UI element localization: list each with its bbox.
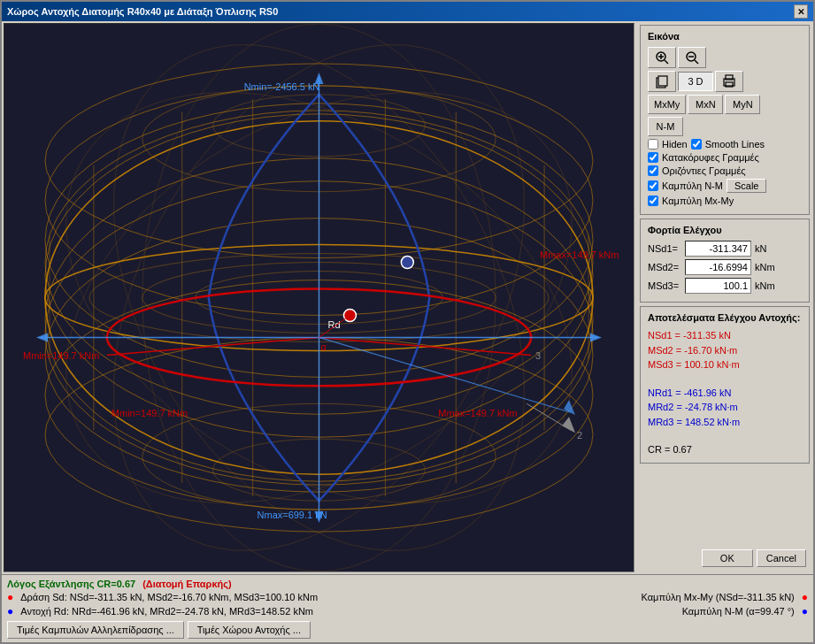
- kampyli-mxmy-checkbox[interactable]: [648, 196, 658, 206]
- zoom-out-button[interactable]: [678, 47, 706, 68]
- right-panel: Εικόνα 3 D: [636, 21, 813, 574]
- katakoryfes-checkbox[interactable]: [648, 152, 658, 163]
- kampyli-nm-label: Καμπύλη Ν-Μ: [662, 180, 723, 191]
- action-dot: ●: [7, 591, 13, 603]
- nav-row1: 3 D: [648, 71, 802, 92]
- smooth-lines-label: Smooth Lines: [705, 139, 765, 150]
- close-button[interactable]: ✕: [794, 4, 808, 19]
- orizonties-checkbox[interactable]: [648, 165, 658, 176]
- nsd1-input[interactable]: [685, 241, 751, 257]
- cr-line: Λόγος Εξάντλησης CR=0.67 (Διατομή Επαρκή…: [7, 579, 808, 589]
- kampyli-mxmy-label: Καμπύλη Μx-Μy: [662, 196, 734, 206]
- resistance-right: Καμπύλη N-M (α=99.47 °): [682, 606, 795, 617]
- result-msd3: MSd3 = 100.10 kN·m: [648, 357, 802, 372]
- btn-mxn[interactable]: MxN: [688, 95, 723, 114]
- btn-nm[interactable]: N-M: [648, 117, 683, 136]
- action-line: ● Δράση Sd: NSd=-311.35 kN, MSd2=-16.70 …: [7, 591, 808, 603]
- results-text: NSd1 = -311.35 kN MSd2 = -16.70 kN·m MSd…: [648, 328, 802, 457]
- resistance-text: Αντοχή Rd: NRd=-461.96 kN, MRd2=-24.78 k…: [20, 606, 313, 617]
- copy-button[interactable]: [648, 71, 676, 92]
- svg-line-60: [665, 60, 668, 64]
- katakoryfes-row: Κατακόρυφες Γραμμές: [648, 152, 802, 163]
- bottom-buttons: Τιμές Καμπυλών Αλληλεπίδρασης ... Τιμές …: [7, 621, 808, 639]
- print-button[interactable]: [715, 71, 743, 92]
- hiden-checkbox[interactable]: [648, 139, 658, 150]
- result-cr: CR = 0.67: [648, 442, 802, 457]
- svg-text:Mmax=149.7 kNm: Mmax=149.7 kNm: [438, 408, 517, 418]
- msd3-label: MSd3=: [648, 280, 681, 291]
- svg-text:Nmax=699.1 kN: Nmax=699.1 kN: [258, 510, 327, 520]
- svg-text:α: α: [320, 341, 327, 352]
- nsd1-unit: kN: [755, 243, 766, 254]
- msd3-row: MSd3= kNm: [648, 278, 802, 294]
- result-mrd3: MRd3 = 148.52 kN·m: [648, 415, 802, 430]
- window-title: Χώρος Αντοχής Διατομής R40x40 με Διάταξη…: [7, 6, 278, 17]
- hiden-row: Hiden Smooth Lines: [648, 139, 802, 150]
- svg-text:Rd: Rd: [327, 319, 340, 330]
- image-group: Εικόνα 3 D: [640, 25, 810, 215]
- msd2-input[interactable]: [685, 259, 751, 275]
- kampyli-mxmy-row: Καμπύλη Μx-Μy: [648, 196, 802, 206]
- zoom-in-button[interactable]: [648, 47, 676, 68]
- results-title: Αποτελέσματα Ελέγχου Αντοχής:: [648, 312, 802, 323]
- kampyli-nm-checkbox[interactable]: [648, 180, 658, 191]
- svg-line-64: [695, 60, 698, 64]
- bottom-area: Λόγος Εξάντλησης CR=0.67 (Διατομή Επαρκή…: [2, 574, 813, 642]
- resistance-line: ● Αντοχή Rd: NRd=-461.96 kN, MRd2=-24.78…: [7, 605, 808, 617]
- cr-suffix: (Διατομή Επαρκής): [142, 579, 231, 589]
- fortia-group: Φορτία Ελέγχου NSd1= kN MSd2= kNm MSd3=: [640, 218, 810, 303]
- svg-text:Mmax=149.7 kNm: Mmax=149.7 kNm: [540, 249, 619, 260]
- msd3-unit: kNm: [755, 280, 775, 291]
- svg-point-46: [401, 257, 413, 269]
- main-window: Χώρος Αντοχής Διατομής R40x40 με Διάταξη…: [0, 0, 815, 644]
- cr-label: Λόγος Εξάντλησης CR=0.67: [7, 579, 135, 589]
- svg-text:Mmin=149.7 kNm: Mmin=149.7 kNm: [111, 408, 188, 418]
- scale-button[interactable]: Scale: [727, 179, 767, 193]
- msd2-row: MSd2= kNm: [648, 259, 802, 275]
- title-bar: Χώρος Αντοχής Διατομής R40x40 με Διάταξη…: [2, 2, 813, 21]
- zoom-row: [648, 47, 802, 68]
- katakoryfes-label: Κατακόρυφες Γραμμές: [662, 152, 759, 163]
- btn-mxmy[interactable]: MxMy: [648, 95, 686, 114]
- result-nrd1: NRd1 = -461.96 kN: [648, 386, 802, 401]
- svg-text:2: 2: [577, 430, 582, 441]
- kampyli-nm-row: Καμπύλη Ν-Μ Scale: [648, 179, 802, 193]
- svg-text:3: 3: [535, 350, 541, 361]
- action-right: Καμπύλη Mx-My (NSd=-311.35 kN): [642, 592, 795, 602]
- fortia-title: Φορτία Ελέγχου: [648, 225, 802, 235]
- result-msd2: MSd2 = -16.70 kN·m: [648, 343, 802, 358]
- svg-text:Nmin=-2456.5 kN: Nmin=-2456.5 kN: [244, 81, 320, 92]
- svg-text:Mmin=149.7 kNm: Mmin=149.7 kNm: [23, 350, 99, 361]
- smooth-lines-checkbox[interactable]: [691, 139, 702, 150]
- action-text: Δράση Sd: NSd=-311.35 kN, MSd2=-16.70 kN…: [20, 592, 318, 602]
- action-dot-right: ●: [802, 591, 808, 603]
- nav-row2: MxMy MxN MyN: [648, 95, 802, 114]
- msd2-label: MSd2=: [648, 262, 681, 272]
- nav-row3: N-M: [648, 117, 802, 136]
- orizonties-row: Οριζόντιες Γραμμές: [648, 165, 802, 176]
- chart-svg: Nmin=-2456.5 kN Nmax=699.1 kN Mmax=149.7…: [4, 24, 634, 571]
- nsd1-label: NSd1=: [648, 243, 681, 254]
- image-title: Εικόνα: [648, 31, 802, 42]
- btn-3d[interactable]: 3 D: [678, 72, 713, 91]
- btn-myn[interactable]: MyN: [725, 95, 760, 114]
- orizonties-label: Οριζόντιες Γραμμές: [662, 165, 746, 176]
- msd2-unit: kNm: [755, 262, 775, 272]
- resistance-dot-right: ●: [802, 605, 808, 617]
- msd3-input[interactable]: [685, 278, 751, 294]
- cancel-button[interactable]: Cancel: [757, 549, 806, 567]
- hiden-label: Hiden: [662, 139, 688, 150]
- content-area: Nmin=-2456.5 kN Nmax=699.1 kN Mmax=149.7…: [2, 21, 813, 574]
- results-group: Αποτελέσματα Ελέγχου Αντοχής: NSd1 = -31…: [640, 306, 810, 464]
- svg-rect-67: [658, 76, 667, 86]
- kampylos-btn[interactable]: Τιμές Καμπυλών Αλληλεπίδρασης ...: [7, 621, 184, 639]
- result-mrd2: MRd2 = -24.78 kN·m: [648, 400, 802, 415]
- ok-cancel-row: OK Cancel: [640, 546, 810, 571]
- nsd1-row: NSd1= kN: [648, 241, 802, 257]
- result-nsd1: NSd1 = -311.35 kN: [648, 328, 802, 343]
- resistance-dot: ●: [7, 605, 13, 617]
- xoros-btn[interactable]: Τιμές Χώρου Αντοχής ...: [188, 621, 311, 639]
- chart-area: Nmin=-2456.5 kN Nmax=699.1 kN Mmax=149.7…: [4, 23, 634, 572]
- ok-button[interactable]: OK: [702, 549, 753, 567]
